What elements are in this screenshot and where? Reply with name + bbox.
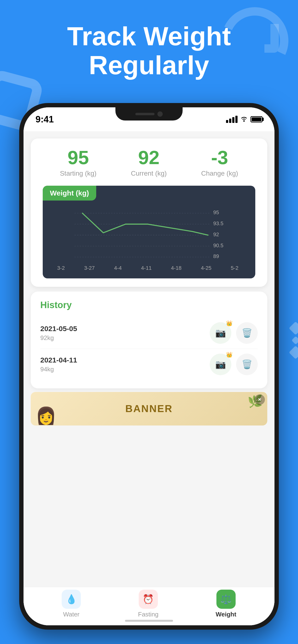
history-date-1: 2021-05-05 <box>40 325 210 333</box>
chart-body: 95 93.5 92 90.5 89 3-2 3-27 4-4 4-11 <box>43 200 255 278</box>
header-line2: Regularly <box>14 50 284 80</box>
delete-button-2[interactable]: 🗑️ <box>236 354 258 375</box>
stat-current: 92 Current (kg) <box>131 148 167 177</box>
nav-item-water[interactable]: 💧 Water <box>62 590 81 618</box>
fasting-nav-icon: ⏰ <box>139 590 158 609</box>
diamond-3 <box>289 346 298 360</box>
starting-value: 95 <box>60 148 97 167</box>
svg-text:93.5: 93.5 <box>213 220 223 226</box>
water-nav-icon: 💧 <box>62 590 81 609</box>
wifi-icon <box>240 115 248 124</box>
header-text: Track Weight Regularly <box>0 22 298 80</box>
history-title: History <box>40 300 258 310</box>
svg-text:90.5: 90.5 <box>213 242 223 248</box>
history-section: History 2021-05-05 92kg 👑 📷 🗑️ <box>31 292 267 388</box>
banner-close-button[interactable]: × <box>254 394 265 405</box>
starting-label: Starting (kg) <box>60 170 97 177</box>
history-actions-1: 👑 📷 🗑️ <box>210 322 258 344</box>
current-label: Current (kg) <box>131 170 167 177</box>
notch <box>115 107 183 120</box>
chart-x-labels: 3-2 3-27 4-4 4-11 4-18 4-25 5-2 <box>45 264 250 274</box>
fasting-nav-label: Fasting <box>138 611 158 618</box>
svg-text:89: 89 <box>213 253 219 259</box>
diamond-2 <box>291 336 298 344</box>
change-value: -3 <box>201 148 238 167</box>
svg-text:92: 92 <box>213 232 219 238</box>
photo-button-1[interactable]: 👑 📷 <box>210 322 231 344</box>
stat-change: -3 Change (kg) <box>201 148 238 177</box>
history-weight-2: 94kg <box>40 366 210 373</box>
nav-item-weight[interactable]: ⚖️ Weight <box>216 590 236 618</box>
stats-card: 95 Starting (kg) 92 Current (kg) -3 Chan… <box>31 138 267 287</box>
history-info-1: 2021-05-05 92kg <box>40 325 210 342</box>
screen-content: 95 Starting (kg) 92 Current (kg) -3 Chan… <box>24 131 274 625</box>
stat-starting: 95 Starting (kg) <box>60 148 97 177</box>
speaker <box>135 113 155 115</box>
bg-diamonds <box>291 324 298 357</box>
weight-chart: Weight (kg) <box>43 186 255 278</box>
diamond-1 <box>289 322 298 335</box>
crown-icon-1: 👑 <box>226 320 232 326</box>
camera <box>158 112 163 117</box>
status-time: 9:41 <box>36 114 54 124</box>
status-bar: 9:41 <box>24 107 274 131</box>
history-info-2: 2021-04-11 94kg <box>40 356 210 373</box>
banner-text: BANNER <box>125 403 173 414</box>
phone-screen: 9:41 <box>24 107 274 625</box>
battery-icon <box>250 116 262 122</box>
crown-icon-2: 👑 <box>226 352 232 358</box>
status-icons <box>226 115 262 124</box>
history-date-2: 2021-04-11 <box>40 356 210 364</box>
weight-nav-label: Weight <box>216 611 236 618</box>
phone-frame: 9:41 <box>19 103 279 630</box>
current-value: 92 <box>131 148 167 167</box>
header-line1: Track Weight <box>14 22 284 50</box>
change-label: Change (kg) <box>201 170 238 177</box>
weight-nav-icon: ⚖️ <box>216 590 236 609</box>
svg-text:95: 95 <box>213 210 219 216</box>
history-item-2: 2021-04-11 94kg 👑 📷 🗑️ <box>40 349 258 380</box>
chart-header: Weight (kg) <box>43 186 96 200</box>
water-nav-label: Water <box>63 611 79 618</box>
bottom-nav: 💧 Water ⏰ Fasting ⚖️ Weight <box>24 587 274 625</box>
history-item: 2021-05-05 92kg 👑 📷 🗑️ <box>40 318 258 349</box>
delete-button-1[interactable]: 🗑️ <box>236 322 258 344</box>
photo-button-2[interactable]: 👑 📷 <box>210 354 231 375</box>
history-weight-1: 92kg <box>40 334 210 342</box>
banner-person: 👩 <box>36 406 56 426</box>
history-actions-2: 👑 📷 🗑️ <box>210 354 258 375</box>
chart-svg: 95 93.5 92 90.5 89 <box>45 205 250 263</box>
home-indicator <box>125 620 173 622</box>
signal-icon <box>226 116 238 123</box>
stats-row: 95 Starting (kg) 92 Current (kg) -3 Chan… <box>43 148 255 177</box>
nav-item-fasting[interactable]: ⏰ Fasting <box>138 590 158 618</box>
banner: 👩 BANNER 🌿 × <box>31 392 267 426</box>
